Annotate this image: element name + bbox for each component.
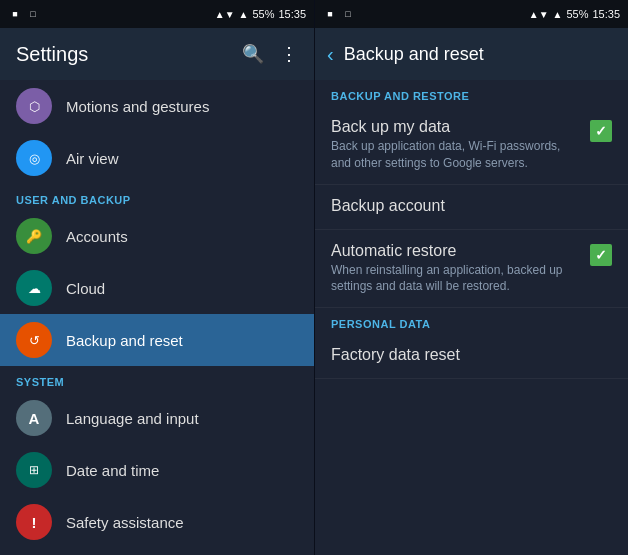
right-status-left: ■ □	[323, 7, 355, 21]
datetime-icon: ⊞	[16, 452, 52, 488]
sidebar-item-cloud[interactable]: ☁ Cloud	[0, 262, 314, 314]
right-notification-icon-1: ■	[323, 7, 337, 21]
right-notification-icon-2: □	[341, 7, 355, 21]
factory-reset-text: Factory data reset	[331, 346, 612, 366]
back-button[interactable]: ‹	[327, 43, 334, 66]
language-label: Language and input	[66, 410, 199, 427]
sidebar-item-accessories[interactable]: ⬡ Accessories	[0, 548, 314, 555]
notification-icon-2: □	[26, 7, 40, 21]
left-status-right: ▲▼ ▲ 55% 15:35	[215, 8, 306, 20]
language-icon: A	[16, 400, 52, 436]
cloud-label: Cloud	[66, 280, 105, 297]
backup-data-item[interactable]: Back up my data Back up application data…	[315, 106, 628, 185]
backup-data-desc: Back up application data, Wi-Fi password…	[331, 138, 580, 172]
backup-data-checkmark	[590, 120, 612, 142]
sidebar-item-motions[interactable]: ⬡ Motions and gestures	[0, 80, 314, 132]
overflow-menu-button[interactable]: ⋮	[280, 43, 298, 65]
system-section-label: SYSTEM	[0, 366, 314, 392]
right-signal-icon: ▲▼	[529, 9, 549, 20]
personal-data-section-label: PERSONAL DATA	[315, 308, 628, 334]
wifi-icon: ▲	[239, 9, 249, 20]
factory-reset-item[interactable]: Factory data reset	[315, 334, 628, 379]
time-display: 15:35	[278, 8, 306, 20]
auto-restore-checkmark	[590, 244, 612, 266]
right-title: Backup and reset	[344, 44, 484, 65]
backup-data-text: Back up my data Back up application data…	[331, 118, 580, 172]
backup-data-title: Back up my data	[331, 118, 580, 136]
airview-label: Air view	[66, 150, 119, 167]
datetime-label: Date and time	[66, 462, 159, 479]
right-header: ‹ Backup and reset	[315, 28, 628, 80]
sidebar-item-airview[interactable]: ◎ Air view	[0, 132, 314, 184]
right-content-scroll: BACKUP AND RESTORE Back up my data Back …	[315, 80, 628, 555]
safety-icon: !	[16, 504, 52, 540]
cloud-icon: ☁	[16, 270, 52, 306]
accounts-label: Accounts	[66, 228, 128, 245]
search-button[interactable]: 🔍	[242, 43, 264, 65]
signal-icon: ▲▼	[215, 9, 235, 20]
right-status-bar: ■ □ ▲▼ ▲ 55% 15:35	[315, 0, 628, 28]
backup-account-item[interactable]: Backup account	[315, 185, 628, 230]
backup-icon: ↺	[16, 322, 52, 358]
backup-data-checkbox[interactable]	[590, 120, 612, 142]
auto-restore-text: Automatic restore When reinstalling an a…	[331, 242, 580, 296]
backup-restore-section-label: BACKUP AND RESTORE	[315, 80, 628, 106]
sidebar-item-safety[interactable]: ! Safety assistance	[0, 496, 314, 548]
motions-icon: ⬡	[16, 88, 52, 124]
accounts-icon: 🔑	[16, 218, 52, 254]
battery-text: 55%	[252, 8, 274, 20]
sidebar-item-backup[interactable]: ↺ Backup and reset	[0, 314, 314, 366]
right-wifi-icon: ▲	[553, 9, 563, 20]
user-backup-section-label: USER AND BACKUP	[0, 184, 314, 210]
backup-label: Backup and reset	[66, 332, 183, 349]
backup-account-text: Backup account	[331, 197, 612, 217]
sidebar-item-accounts[interactable]: 🔑 Accounts	[0, 210, 314, 262]
right-status-right: ▲▼ ▲ 55% 15:35	[529, 8, 620, 20]
right-time-display: 15:35	[592, 8, 620, 20]
left-header-icons: 🔍 ⋮	[242, 43, 298, 65]
safety-label: Safety assistance	[66, 514, 184, 531]
auto-restore-title: Automatic restore	[331, 242, 580, 260]
right-panel: ■ □ ▲▼ ▲ 55% 15:35 ‹ Backup and reset BA…	[314, 0, 628, 555]
sidebar-item-datetime[interactable]: ⊞ Date and time	[0, 444, 314, 496]
left-status-left: ■ □	[8, 7, 40, 21]
sidebar-item-language[interactable]: A Language and input	[0, 392, 314, 444]
auto-restore-checkbox[interactable]	[590, 244, 612, 266]
factory-reset-title: Factory data reset	[331, 346, 612, 364]
left-panel: ■ □ ▲▼ ▲ 55% 15:35 Settings 🔍 ⋮ ⬡ Motion…	[0, 0, 314, 555]
left-status-bar: ■ □ ▲▼ ▲ 55% 15:35	[0, 0, 314, 28]
airview-icon: ◎	[16, 140, 52, 176]
motions-label: Motions and gestures	[66, 98, 209, 115]
auto-restore-item[interactable]: Automatic restore When reinstalling an a…	[315, 230, 628, 309]
backup-account-title: Backup account	[331, 197, 612, 215]
left-menu-scroll: ⬡ Motions and gestures ◎ Air view USER A…	[0, 80, 314, 555]
auto-restore-desc: When reinstalling an application, backed…	[331, 262, 580, 296]
right-battery-text: 55%	[566, 8, 588, 20]
notification-icon-1: ■	[8, 7, 22, 21]
left-title: Settings	[16, 43, 88, 66]
left-header: Settings 🔍 ⋮	[0, 28, 314, 80]
